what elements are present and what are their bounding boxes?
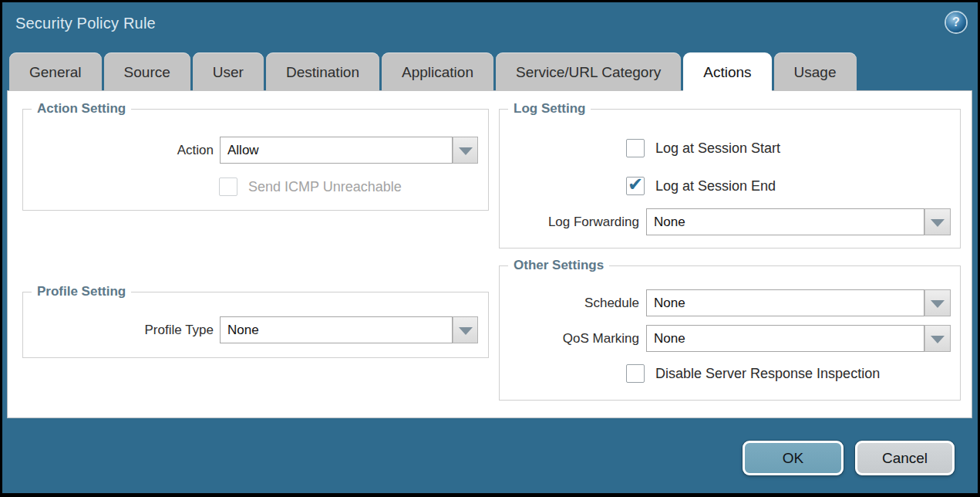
- help-icon[interactable]: ?: [946, 12, 966, 32]
- tab-general[interactable]: General: [9, 52, 102, 91]
- disable-server-response-inspection-checkbox[interactable]: ✔: [626, 364, 645, 383]
- log-setting-legend: Log Setting: [508, 101, 591, 117]
- content-panel: Action Setting Action Allow ✔ Send ICMP …: [7, 90, 972, 418]
- tab-bar: General Source User Destination Applicat…: [9, 52, 857, 91]
- profile-type-dropdown-button[interactable]: [453, 316, 478, 343]
- log-forwarding-dropdown[interactable]: None: [646, 208, 951, 235]
- tab-usage[interactable]: Usage: [774, 52, 857, 91]
- cancel-button[interactable]: Cancel: [855, 441, 955, 475]
- other-settings-group: Other Settings Schedule None QoS Marking…: [499, 265, 961, 401]
- tab-destination[interactable]: Destination: [266, 52, 379, 91]
- tab-source[interactable]: Source: [104, 52, 190, 91]
- action-dropdown-button[interactable]: [453, 137, 478, 164]
- tab-service-url-category[interactable]: Service/URL Category: [496, 52, 681, 91]
- dialog-title: Security Policy Rule: [15, 15, 156, 32]
- action-setting-legend: Action Setting: [32, 101, 131, 117]
- chevron-down-icon: [931, 300, 945, 308]
- qos-marking-dropdown[interactable]: None: [646, 325, 951, 352]
- tab-user[interactable]: User: [193, 52, 264, 91]
- action-dropdown-value: Allow: [220, 137, 453, 164]
- qos-marking-dropdown-value: None: [646, 325, 924, 352]
- chevron-down-icon: [459, 147, 473, 155]
- schedule-dropdown[interactable]: None: [646, 289, 951, 316]
- chevron-down-icon: [931, 336, 945, 343]
- chevron-down-icon: [931, 219, 945, 227]
- log-setting-group: Log Setting ✔ Log at Session Start ✔ Log…: [499, 109, 961, 248]
- log-session-start-label: Log at Session Start: [655, 140, 780, 157]
- profile-type-dropdown-value: None: [220, 316, 453, 343]
- chevron-down-icon: [459, 327, 473, 335]
- action-label: Action: [23, 137, 214, 164]
- action-setting-group: Action Setting Action Allow ✔ Send ICMP …: [22, 109, 489, 211]
- checkmark-icon: ✔: [628, 174, 643, 194]
- log-session-end-label: Log at Session End: [655, 178, 776, 194]
- log-session-end-checkbox[interactable]: ✔: [626, 177, 645, 195]
- ok-button[interactable]: OK: [743, 441, 844, 475]
- qos-marking-label: QoS Marking: [500, 325, 639, 352]
- qos-marking-dropdown-button[interactable]: [924, 325, 951, 352]
- other-settings-legend: Other Settings: [508, 258, 609, 273]
- log-forwarding-label: Log Forwarding: [500, 208, 639, 235]
- log-forwarding-dropdown-value: None: [646, 208, 924, 235]
- schedule-dropdown-button[interactable]: [924, 289, 951, 316]
- profile-type-label: Profile Type: [23, 316, 214, 343]
- profile-setting-group: Profile Setting Profile Type None: [22, 292, 489, 358]
- schedule-dropdown-value: None: [646, 289, 924, 316]
- schedule-label: Schedule: [500, 289, 639, 316]
- disable-server-response-inspection-label: Disable Server Response Inspection: [655, 366, 880, 382]
- log-forwarding-dropdown-button[interactable]: [924, 208, 951, 235]
- log-session-start-checkbox[interactable]: ✔: [626, 139, 645, 157]
- tab-actions[interactable]: Actions: [683, 52, 771, 93]
- send-icmp-unreachable-label: Send ICMP Unreachable: [248, 179, 402, 195]
- action-dropdown[interactable]: Allow: [220, 137, 478, 164]
- profile-setting-legend: Profile Setting: [32, 284, 131, 299]
- security-policy-rule-dialog: Security Policy Rule ? General Source Us…: [0, 0, 980, 497]
- tab-application[interactable]: Application: [382, 52, 493, 91]
- send-icmp-unreachable-checkbox[interactable]: ✔: [219, 178, 237, 196]
- profile-type-dropdown[interactable]: None: [220, 316, 478, 343]
